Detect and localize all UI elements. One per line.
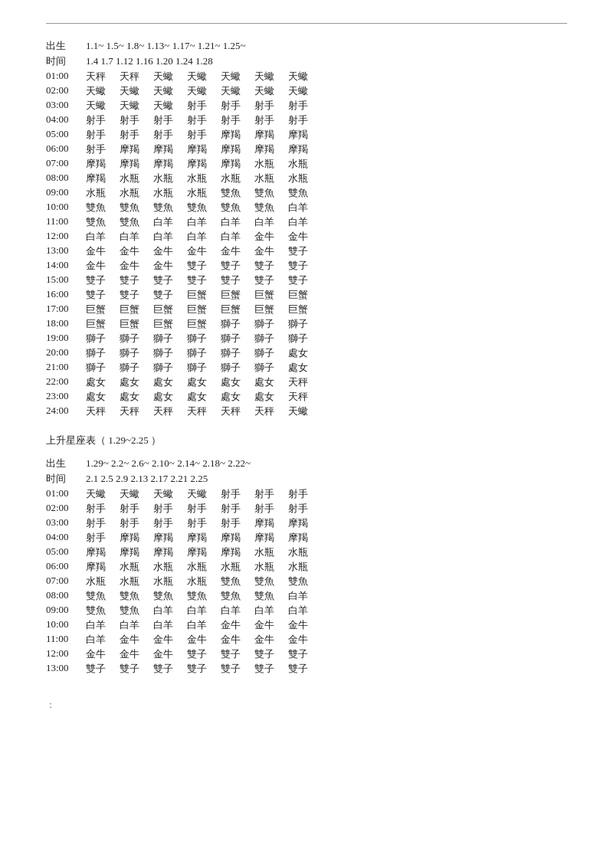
zodiac-cell: 金牛 — [221, 633, 254, 647]
zodiac-cell: 射手 — [187, 113, 221, 127]
zodiac-cell: 天蠍 — [86, 99, 120, 113]
zodiac-cell: 天秤 — [86, 405, 120, 418]
zodiac-cell: 天蠍 — [86, 487, 120, 501]
zodiac-cell: 摩羯 — [221, 128, 254, 142]
table-row: 11:00雙魚雙魚白羊白羊白羊白羊白羊 — [46, 215, 567, 229]
zodiac-cell: 水瓶 — [288, 560, 322, 574]
time-cell: 10:00 — [46, 618, 86, 632]
zodiac-cell: 獅子 — [153, 361, 187, 375]
zodiac-cell: 金牛 — [288, 618, 322, 632]
zodiac-cell: 巨蟹 — [86, 317, 120, 331]
zodiac-cell: 天蠍 — [120, 84, 153, 98]
zodiac-cell: 巨蟹 — [221, 288, 254, 302]
zodiac-cell: 射手 — [86, 128, 120, 142]
zodiac-cell: 巨蟹 — [288, 303, 322, 316]
time-cell: 12:00 — [46, 230, 86, 244]
zodiac-cell: 雙魚 — [254, 589, 288, 603]
zodiac-cell: 獅子 — [153, 332, 187, 346]
zodiac-cell: 摩羯 — [120, 545, 153, 559]
zodiac-cell: 雙子 — [288, 647, 322, 661]
zodiac-cell: 天秤 — [288, 375, 322, 389]
zodiac-cell: 雙子 — [288, 259, 322, 273]
time-cell: 04:00 — [46, 531, 86, 545]
zodiac-cell: 雙魚 — [86, 589, 120, 603]
table-row: 18:00巨蟹巨蟹巨蟹巨蟹獅子獅子獅子 — [46, 317, 567, 331]
zodiac-cell: 金牛 — [221, 244, 254, 258]
zodiac-cell: 水瓶 — [221, 172, 254, 185]
zodiac-cell: 雙魚 — [221, 575, 254, 588]
zodiac-cell: 摩羯 — [288, 531, 322, 545]
zodiac-cell: 巨蟹 — [120, 303, 153, 316]
zodiac-cell: 射手 — [254, 487, 288, 501]
zodiac-cell: 摩羯 — [221, 545, 254, 559]
time-cell: 06:00 — [46, 560, 86, 574]
zodiac-cell: 摩羯 — [254, 142, 288, 156]
table-row: 13:00雙子雙子雙子雙子雙子雙子雙子 — [46, 662, 567, 676]
zodiac-cell: 白羊 — [153, 215, 187, 229]
zodiac-cell: 獅子 — [221, 317, 254, 331]
zodiac-cell: 金牛 — [86, 259, 120, 273]
zodiac-cell: 射手 — [86, 113, 120, 127]
zodiac-cell: 巨蟹 — [120, 317, 153, 331]
zodiac-cell: 天蠍 — [187, 70, 221, 84]
table-row: 24:00天秤天秤天秤天秤天秤天秤天蠍 — [46, 405, 567, 418]
top-divider — [46, 23, 567, 24]
zodiac-cell: 雙子 — [288, 244, 322, 258]
zodiac-cell: 金牛 — [120, 633, 153, 647]
zodiac-cell: 射手 — [254, 99, 288, 113]
zodiac-cell: 射手 — [153, 516, 187, 530]
zodiac-cell: 摩羯 — [153, 157, 187, 171]
zodiac-cell: 白羊 — [187, 215, 221, 229]
zodiac-cell: 雙魚 — [254, 575, 288, 588]
zodiac-cell: 摩羯 — [187, 545, 221, 559]
time-cell: 09:00 — [46, 186, 86, 200]
zodiac-cell: 白羊 — [254, 215, 288, 229]
zodiac-cell: 白羊 — [221, 230, 254, 244]
time-cell: 03:00 — [46, 99, 86, 113]
zodiac-cell: 獅子 — [153, 346, 187, 360]
zodiac-cell: 水瓶 — [288, 172, 322, 185]
zodiac-cell: 射手 — [187, 502, 221, 516]
time-cell: 10:00 — [46, 201, 86, 215]
zodiac-cell: 射手 — [221, 487, 254, 501]
zodiac-cell: 白羊 — [187, 230, 221, 244]
zodiac-cell: 處女 — [86, 375, 120, 389]
zodiac-cell: 天秤 — [86, 70, 120, 84]
table-row: 14:00金牛金牛金牛雙子雙子雙子雙子 — [46, 259, 567, 273]
zodiac-cell: 白羊 — [86, 633, 120, 647]
zodiac-cell: 雙魚 — [153, 201, 187, 215]
zodiac-cell: 摩羯 — [221, 157, 254, 171]
zodiac-cell: 射手 — [187, 128, 221, 142]
zodiac-cell: 摩羯 — [120, 142, 153, 156]
zodiac-cell: 處女 — [221, 390, 254, 404]
zodiac-cell: 金牛 — [120, 647, 153, 661]
zodiac-cell: 白羊 — [187, 618, 221, 632]
zodiac-cell: 金牛 — [120, 244, 153, 258]
time-cell: 05:00 — [46, 545, 86, 559]
zodiac-cell: 處女 — [187, 375, 221, 389]
time-cell: 23:00 — [46, 390, 86, 404]
zodiac-cell: 雙子 — [221, 662, 254, 676]
zodiac-cell: 射手 — [187, 516, 221, 530]
zodiac-cell: 雙魚 — [221, 589, 254, 603]
zodiac-cell: 摩羯 — [187, 142, 221, 156]
zodiac-cell: 巨蟹 — [153, 317, 187, 331]
zodiac-cell: 白羊 — [86, 230, 120, 244]
zodiac-cell: 射手 — [120, 516, 153, 530]
zodiac-cell: 射手 — [120, 128, 153, 142]
time-cell: 01:00 — [46, 70, 86, 84]
zodiac-cell: 金牛 — [86, 647, 120, 661]
table-row: 17:00巨蟹巨蟹巨蟹巨蟹巨蟹巨蟹巨蟹 — [46, 303, 567, 316]
table-row: 12:00白羊白羊白羊白羊白羊金牛金牛 — [46, 230, 567, 244]
zodiac-cell: 獅子 — [221, 361, 254, 375]
time-cell: 03:00 — [46, 516, 86, 530]
time-label-1: 时间 — [46, 54, 86, 68]
time-cell: 06:00 — [46, 142, 86, 156]
zodiac-cell: 雙子 — [288, 274, 322, 287]
zodiac-cell: 摩羯 — [120, 157, 153, 171]
zodiac-cell: 巨蟹 — [86, 303, 120, 316]
zodiac-cell: 金牛 — [153, 244, 187, 258]
zodiac-cell: 水瓶 — [254, 172, 288, 185]
zodiac-cell: 雙子 — [120, 288, 153, 302]
footer: ： — [46, 699, 567, 712]
